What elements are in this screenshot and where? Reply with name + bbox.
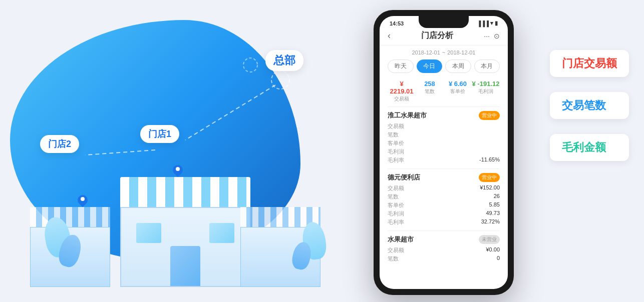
date-separator: ~ xyxy=(442,50,445,56)
metric-count-label: 笔数 xyxy=(416,88,444,95)
wifi-icon: ▾ xyxy=(490,20,493,26)
phone-screen: 14:53 ▐▐▐ ▾ ▮ ‹ 门店分析 ··· ⊙ 2018-12-01 xyxy=(380,16,508,289)
divider-2 xyxy=(388,168,500,169)
back-button[interactable]: ‹ xyxy=(388,30,391,41)
metric-count: 258 笔数 xyxy=(416,80,444,102)
store-status-2: 未营业 xyxy=(479,235,500,244)
date-start: 2018-12-01 xyxy=(412,50,440,56)
divider-1 xyxy=(388,106,500,107)
metric-transaction-label: 交易额 xyxy=(388,96,416,102)
store-row-1-4: 毛利率 32.72% xyxy=(388,218,500,226)
status-time: 14:53 xyxy=(390,20,404,26)
metric-avg-value: ¥ 6.60 xyxy=(444,80,472,88)
tab-month[interactable]: 本月 xyxy=(474,60,500,73)
more-icon[interactable]: ··· xyxy=(484,32,490,40)
store-row-1-3: 毛利润 49.73 xyxy=(388,210,500,218)
right-label-0: 门店交易额 xyxy=(550,50,629,77)
store-row-1-0: 交易额 ¥152.00 xyxy=(388,184,500,192)
metric-profit-value: ¥ -191.12 xyxy=(472,80,500,88)
store-row-1-2: 客单价 5.85 xyxy=(388,201,500,210)
store-row-0-3: 毛利润 xyxy=(388,148,500,156)
metric-transaction: ¥ 2219.01 交易额 xyxy=(388,80,416,102)
right-label-2: 毛利金额 xyxy=(550,134,629,161)
right-labels-panel: 门店交易额 交易笔数 毛利金额 xyxy=(550,50,629,161)
phone-notch xyxy=(419,16,469,28)
store-header-2: 水果超市 未营业 xyxy=(388,235,500,244)
store-name-1: 德元便利店 xyxy=(388,173,420,182)
right-label-1: 交易笔数 xyxy=(550,92,629,119)
location-pin-main xyxy=(173,165,183,177)
date-end: 2018-12-01 xyxy=(447,50,475,56)
page-title: 门店分析 xyxy=(421,30,453,41)
store-section-0: 淮工水果超市 营业中 交易额 笔数 客单价 毛利润 xyxy=(380,108,508,168)
location-pin-small xyxy=(78,195,88,207)
store-row-0-1: 笔数 xyxy=(388,130,500,139)
metrics-row: ¥ 2219.01 交易额 258 笔数 ¥ 6.60 客单价 ¥ -191.1… xyxy=(380,77,508,106)
store-row-2-1: 笔数 0 xyxy=(388,254,500,263)
nav-action-icons: ··· ⊙ xyxy=(484,32,500,40)
label-mendian1: 门店1 xyxy=(140,125,179,143)
store-row-2-0: 交易额 ¥0.00 xyxy=(388,246,500,254)
store-name-2: 水果超市 xyxy=(388,235,414,244)
nav-bar[interactable]: ‹ 门店分析 ··· ⊙ xyxy=(380,28,508,46)
store-name-0: 淮工水果超市 xyxy=(388,111,427,120)
metric-profit: ¥ -191.12 毛利润 xyxy=(472,80,500,102)
metric-transaction-value: ¥ 2219.01 xyxy=(388,80,416,95)
store-main xyxy=(120,177,250,287)
date-selector[interactable]: 2018-12-01 ~ 2018-12-01 xyxy=(380,46,508,58)
store-row-0-0: 交易额 xyxy=(388,122,500,130)
store-row-0-2: 客单价 xyxy=(388,139,500,148)
store-illustration xyxy=(30,147,331,287)
store-section-1: 德元便利店 营业中 交易额 ¥152.00 笔数 26 客单价 5.85 毛利润 xyxy=(380,170,508,230)
tab-yesterday[interactable]: 昨天 xyxy=(388,60,414,73)
store-section-2: 水果超市 未营业 交易额 ¥0.00 笔数 0 xyxy=(380,232,508,266)
divider-3 xyxy=(388,230,500,231)
tab-row: 昨天 今日 本周 本月 xyxy=(380,58,508,77)
store-row-0-4: 毛利率 -11.65% xyxy=(388,156,500,164)
tab-today[interactable]: 今日 xyxy=(417,60,443,73)
signal-icon: ▐▐▐ xyxy=(477,20,489,26)
store-status-1: 营业中 xyxy=(479,173,500,182)
store-row-1-1: 笔数 26 xyxy=(388,192,500,201)
store-header-0: 淮工水果超市 营业中 xyxy=(388,111,500,120)
settings-icon[interactable]: ⊙ xyxy=(494,32,500,40)
label-zongbu: 总部 xyxy=(265,50,303,71)
illustration-area: 总部 门店1 门店2 xyxy=(0,0,341,302)
right-label-text-1: 交易笔数 xyxy=(562,99,606,112)
right-label-text-2: 毛利金额 xyxy=(562,141,606,154)
phone-frame: 14:53 ▐▐▐ ▾ ▮ ‹ 门店分析 ··· ⊙ 2018-12-01 xyxy=(374,10,514,295)
metric-avg-label: 客单价 xyxy=(444,88,472,95)
store-header-1: 德元便利店 营业中 xyxy=(388,173,500,182)
store-status-0: 营业中 xyxy=(479,111,500,120)
phone-mockup: 14:53 ▐▐▐ ▾ ▮ ‹ 门店分析 ··· ⊙ 2018-12-01 xyxy=(374,10,514,295)
status-icons: ▐▐▐ ▾ ▮ xyxy=(477,20,498,26)
right-label-text-0: 门店交易额 xyxy=(562,57,617,70)
metric-count-value: 258 xyxy=(416,80,444,88)
tab-week[interactable]: 本周 xyxy=(445,60,471,73)
battery-icon: ▮ xyxy=(495,20,498,26)
metric-avg: ¥ 6.60 客单价 xyxy=(444,80,472,102)
metric-profit-label: 毛利润 xyxy=(472,88,500,95)
